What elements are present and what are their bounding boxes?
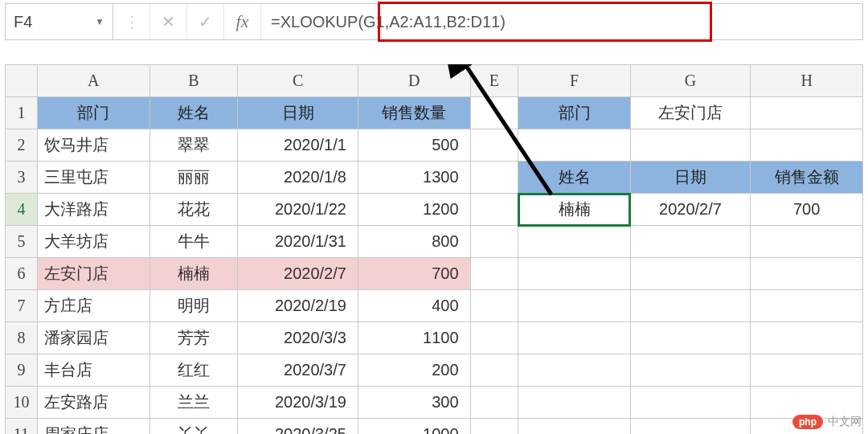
cell-E1[interactable]: [470, 97, 518, 129]
cell-G4[interactable]: 2020/2/7: [630, 194, 751, 226]
cell-H10[interactable]: [751, 387, 863, 419]
row-header-3[interactable]: 3: [6, 162, 38, 194]
column-header-B[interactable]: B: [149, 65, 238, 97]
cell-A7[interactable]: 方庄店: [37, 290, 149, 322]
cell-C9[interactable]: 2020/3/7: [238, 354, 358, 387]
cell-D10[interactable]: 300: [358, 387, 470, 419]
cell-H8[interactable]: [751, 322, 863, 354]
row-header-1[interactable]: 1: [6, 97, 38, 129]
cell-H4[interactable]: 700: [751, 194, 863, 226]
cell-D7[interactable]: 400: [358, 290, 470, 322]
cell-B4[interactable]: 花花: [149, 194, 238, 226]
cell-B10[interactable]: 兰兰: [149, 387, 238, 419]
cell-H6[interactable]: [751, 258, 863, 290]
cell-F6[interactable]: [518, 258, 630, 290]
cell-C6[interactable]: 2020/2/7: [238, 258, 358, 290]
cell-C8[interactable]: 2020/3/3: [238, 322, 358, 354]
cell-E6[interactable]: [470, 258, 518, 290]
cancel-icon[interactable]: ✕: [150, 4, 187, 39]
enter-icon[interactable]: ✓: [187, 4, 224, 39]
name-box[interactable]: F4 ▼: [6, 4, 113, 39]
cell-B8[interactable]: 芳芳: [149, 322, 238, 354]
cell-B1[interactable]: 姓名: [149, 97, 238, 129]
cell-D4[interactable]: 1200: [358, 194, 470, 226]
cell-D5[interactable]: 800: [358, 226, 470, 258]
cell-C10[interactable]: 2020/3/19: [238, 387, 358, 419]
cell-H9[interactable]: [751, 354, 863, 387]
cell-C11[interactable]: 2020/3/25: [238, 419, 358, 435]
row-header-5[interactable]: 5: [6, 226, 38, 258]
cell-H7[interactable]: [751, 290, 863, 322]
cell-F7[interactable]: [518, 290, 630, 322]
cell-E5[interactable]: [470, 226, 518, 258]
cell-G1[interactable]: 左安门店: [630, 97, 751, 129]
cell-B9[interactable]: 红红: [149, 354, 238, 387]
cell-E9[interactable]: [470, 354, 518, 387]
cell-B5[interactable]: 牛牛: [149, 226, 238, 258]
fx-icon[interactable]: fx: [224, 4, 261, 39]
cell-C2[interactable]: 2020/1/1: [238, 129, 358, 162]
column-header-C[interactable]: C: [238, 65, 358, 97]
cell-G9[interactable]: [630, 354, 751, 387]
cell-G5[interactable]: [630, 226, 751, 258]
row-header-6[interactable]: 6: [6, 258, 38, 290]
cell-A10[interactable]: 左安路店: [37, 387, 149, 419]
row-header-10[interactable]: 10: [6, 387, 38, 419]
cell-D6[interactable]: 700: [358, 258, 470, 290]
column-header-A[interactable]: A: [37, 65, 149, 97]
column-header-G[interactable]: G: [630, 65, 751, 97]
cell-G3[interactable]: 日期: [630, 162, 751, 194]
cell-A5[interactable]: 大羊坊店: [37, 226, 149, 258]
row-header-8[interactable]: 8: [6, 322, 38, 354]
cell-F2[interactable]: [518, 129, 630, 162]
cell-G7[interactable]: [630, 290, 751, 322]
column-header-H[interactable]: H: [751, 65, 863, 97]
formula-input[interactable]: =XLOOKUP(G1,A2:A11,B2:D11): [261, 4, 862, 39]
cell-C3[interactable]: 2020/1/8: [238, 162, 358, 194]
cell-F9[interactable]: [518, 354, 630, 387]
column-header-E[interactable]: E: [470, 65, 518, 97]
row-header-2[interactable]: 2: [6, 129, 38, 162]
cell-D3[interactable]: 1300: [358, 162, 470, 194]
cell-D8[interactable]: 1100: [358, 322, 470, 354]
cell-A1[interactable]: 部门: [37, 97, 149, 129]
cell-B3[interactable]: 丽丽: [149, 162, 238, 194]
cell-E4[interactable]: [470, 194, 518, 226]
cell-E8[interactable]: [470, 322, 518, 354]
row-header-7[interactable]: 7: [6, 290, 38, 322]
cell-A4[interactable]: 大洋路店: [37, 194, 149, 226]
cell-G2[interactable]: [630, 129, 751, 162]
cell-B7[interactable]: 明明: [149, 290, 238, 322]
cell-F11[interactable]: [518, 419, 630, 435]
row-header-9[interactable]: 9: [6, 354, 38, 387]
cell-G10[interactable]: [630, 387, 751, 419]
cell-G11[interactable]: [630, 419, 751, 435]
cell-D1[interactable]: 销售数量: [358, 97, 470, 129]
cell-B11[interactable]: 丫丫: [149, 419, 238, 435]
select-all-corner[interactable]: [6, 65, 38, 97]
cell-E2[interactable]: [470, 129, 518, 162]
cell-F5[interactable]: [518, 226, 630, 258]
column-header-F[interactable]: F: [518, 65, 630, 97]
cell-H1[interactable]: [751, 97, 863, 129]
cell-C5[interactable]: 2020/1/31: [238, 226, 358, 258]
cell-F1[interactable]: 部门: [518, 97, 630, 129]
row-header-4[interactable]: 4: [6, 194, 38, 226]
cell-A6[interactable]: 左安门店: [37, 258, 149, 290]
cell-E7[interactable]: [470, 290, 518, 322]
cell-A9[interactable]: 丰台店: [37, 354, 149, 387]
cell-B2[interactable]: 翠翠: [149, 129, 238, 162]
name-box-dropdown-icon[interactable]: ▼: [95, 16, 104, 27]
cell-A3[interactable]: 三里屯店: [37, 162, 149, 194]
cell-F4[interactable]: 楠楠: [518, 194, 630, 226]
cell-G8[interactable]: [630, 322, 751, 354]
cell-D11[interactable]: 1000: [358, 419, 470, 435]
cell-F8[interactable]: [518, 322, 630, 354]
cell-C7[interactable]: 2020/2/19: [238, 290, 358, 322]
cell-C4[interactable]: 2020/1/22: [238, 194, 358, 226]
cell-B6[interactable]: 楠楠: [149, 258, 238, 290]
cell-H2[interactable]: [751, 129, 863, 162]
cell-A2[interactable]: 饮马井店: [37, 129, 149, 162]
cell-E11[interactable]: [470, 419, 518, 435]
cell-H3[interactable]: 销售金额: [751, 162, 863, 194]
